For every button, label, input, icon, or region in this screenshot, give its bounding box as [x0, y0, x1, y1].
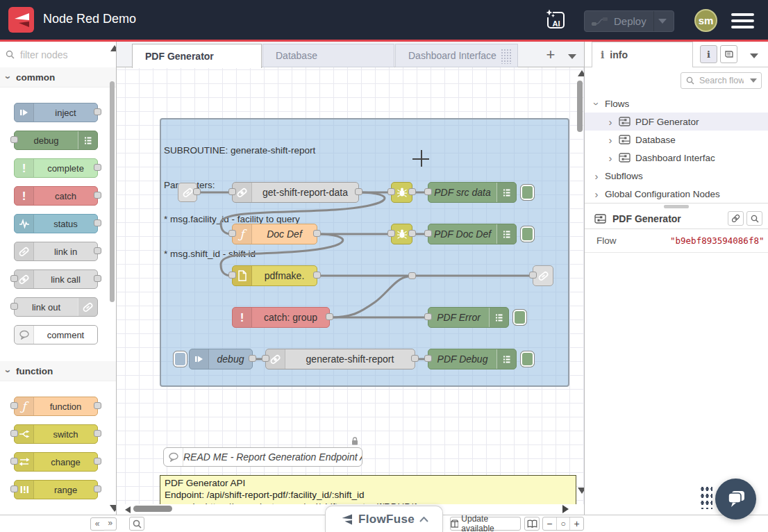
output-port[interactable] [193, 188, 201, 195]
add-flow-button[interactable]: + [542, 47, 560, 64]
flow-node-pdf-error[interactable]: PDF Error [428, 307, 509, 328]
canvas-scroll-down-icon[interactable] [578, 488, 584, 494]
palette-node-function[interactable]: ƒfunction [14, 397, 98, 416]
output-port[interactable] [94, 485, 101, 492]
search-options-caret[interactable] [750, 78, 757, 83]
input-port[interactable] [10, 430, 18, 437]
flow-node-catch-group[interactable]: !catch: group [232, 307, 330, 328]
flow-node-pdfmake[interactable]: pdfmake. [232, 265, 317, 286]
wire-junction[interactable] [408, 272, 416, 279]
palette-scroll-down-icon[interactable] [110, 505, 117, 512]
search-flow-button[interactable] [746, 211, 762, 226]
ai-assistant-icon[interactable]: AI [544, 9, 567, 31]
user-avatar[interactable]: sm [694, 9, 717, 32]
output-port[interactable] [94, 402, 101, 409]
output-port[interactable] [355, 188, 362, 195]
flow-node-generate-shift-report[interactable]: generate-shift-report [265, 349, 415, 369]
palette-category-common[interactable]: ›common [0, 67, 116, 88]
output-port[interactable] [313, 272, 321, 279]
tree-item-subflows[interactable]: ›Subflows [585, 167, 768, 185]
output-port[interactable] [94, 108, 101, 115]
flow-node-link-in[interactable] [178, 183, 197, 202]
palette-node-link-in[interactable]: link in [14, 242, 98, 261]
palette-node-link-out[interactable]: link out [14, 297, 98, 317]
input-port[interactable] [387, 230, 395, 237]
tree-item-flows[interactable]: ›Flows [585, 94, 768, 113]
palette-node-debug[interactable]: debug [14, 131, 98, 150]
flowfuse-panel-tab[interactable]: FlowFuse [325, 506, 443, 532]
flow-node-pdf-src-data[interactable]: PDF src data [428, 182, 517, 203]
input-port[interactable] [262, 355, 269, 362]
output-port[interactable] [94, 219, 101, 226]
output-port[interactable] [313, 230, 321, 237]
input-port[interactable] [424, 355, 432, 362]
sidebar-help-button[interactable] [720, 45, 737, 63]
debug-toggle-button[interactable] [520, 226, 535, 242]
input-port[interactable] [228, 272, 236, 279]
flow-node-pdf-doc-def[interactable]: PDF Doc Def [428, 224, 517, 244]
expand-all-button[interactable]: « [103, 517, 115, 531]
input-port[interactable] [228, 230, 236, 237]
api-note-group[interactable]: PDF Generator API Endpoint: /api/shift-r… [160, 475, 576, 504]
tab-database[interactable]: Database [262, 44, 394, 67]
palette-category-function[interactable]: ›function [0, 361, 116, 381]
canvas-search-button[interactable] [129, 517, 144, 531]
chat-assistant-button[interactable] [715, 479, 756, 519]
palette-node-complete[interactable]: !complete [14, 158, 98, 178]
zoom-in-button[interactable]: + [569, 517, 583, 530]
canvas-scroll-up-icon[interactable] [578, 70, 584, 76]
palette-node-status[interactable]: status [14, 214, 98, 233]
tree-item-pdf-generator[interactable]: ›PDF Generator [585, 113, 768, 131]
flow-canvas[interactable]: SUBROUTINE: generate-shift-report Parame… [117, 67, 584, 504]
input-port[interactable] [10, 402, 18, 409]
search-flows-box[interactable] [681, 72, 762, 89]
input-port[interactable] [10, 136, 18, 143]
output-port[interactable] [94, 247, 101, 254]
palette-node-link-call[interactable]: link call [14, 269, 98, 289]
output-port[interactable] [94, 164, 101, 171]
tab-info[interactable]: i info [592, 42, 693, 67]
palette-node-comment[interactable]: comment [14, 325, 98, 344]
tab-dashboard-interface[interactable]: Dashboard Interface [395, 44, 518, 67]
output-port[interactable] [94, 458, 101, 465]
debug-toggle-button[interactable] [520, 184, 535, 201]
palette-node-inject[interactable]: inject [14, 103, 98, 122]
drag-handle-dots[interactable] [699, 484, 712, 509]
input-port[interactable] [10, 485, 18, 492]
deploy-options-caret[interactable] [658, 19, 667, 24]
update-available-button[interactable]: Update available [450, 517, 521, 531]
main-menu-icon[interactable] [731, 13, 754, 28]
tree-item-dashboard-interfac[interactable]: ›Dashboard Interfac [585, 149, 768, 167]
debug-toggle-button[interactable] [512, 309, 527, 326]
tree-item-database[interactable]: ›Database [585, 131, 768, 149]
input-port[interactable] [228, 188, 236, 195]
palette-scroll-up-icon[interactable] [110, 45, 117, 51]
zoom-out-button[interactable]: − [543, 517, 556, 530]
output-port[interactable] [326, 313, 333, 320]
flow-node-trace-2[interactable] [391, 224, 412, 244]
canvas-hscrollbar[interactable] [133, 506, 172, 512]
tab-pdf-generator[interactable]: PDF Generator [132, 44, 262, 68]
input-port[interactable] [529, 272, 537, 279]
input-port[interactable] [10, 458, 18, 465]
input-port[interactable] [10, 303, 18, 310]
input-port[interactable] [424, 313, 432, 320]
flow-node-inject-debug[interactable]: debug [189, 349, 253, 369]
sidebar-info-toggle-button[interactable]: i [700, 45, 717, 63]
input-port[interactable] [424, 230, 432, 237]
flowfuse-logo-icon[interactable] [8, 7, 34, 33]
inject-button[interactable] [173, 351, 187, 367]
input-port[interactable] [10, 275, 18, 282]
palette-node-change[interactable]: change [14, 452, 98, 472]
collapse-all-button[interactable]: » [91, 518, 103, 531]
canvas-scroll-right-icon[interactable] [562, 505, 569, 513]
output-port[interactable] [94, 192, 101, 199]
tab-drag-handle[interactable] [501, 49, 512, 64]
flow-node-doc-def[interactable]: ƒDoc Def [232, 224, 317, 244]
palette-filter-input[interactable] [19, 49, 105, 61]
flow-node-trace-1[interactable] [391, 182, 412, 203]
flow-node-link-out[interactable] [533, 265, 553, 286]
search-flows-input[interactable] [698, 75, 745, 86]
sidebar-menu-caret[interactable] [750, 53, 758, 58]
zoom-reset-button[interactable]: ○ [556, 517, 570, 530]
